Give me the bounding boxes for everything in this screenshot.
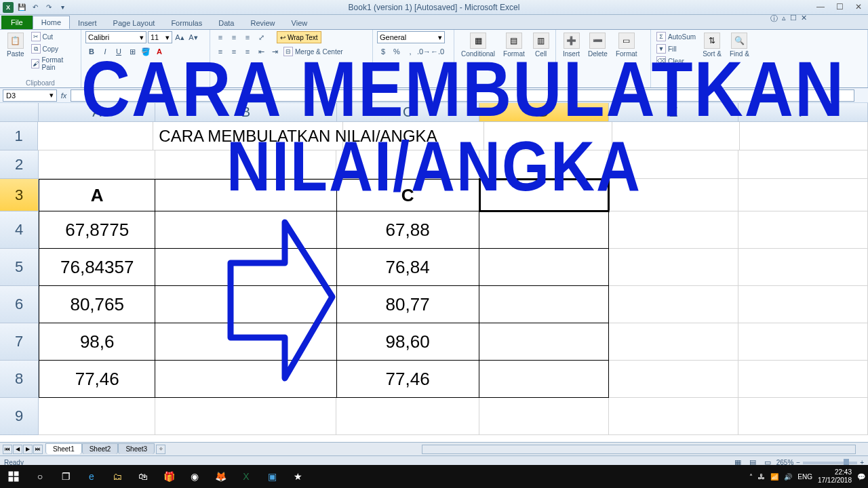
worksheet-grid[interactable]: A B C D E F 1 CARA MEMBULATKAN NILAI/ANG… <box>0 103 868 442</box>
delete-cells-button[interactable]: ➖Delete <box>585 31 610 87</box>
undo-icon[interactable]: ↶ <box>30 2 41 13</box>
border-button[interactable]: ⊞ <box>126 45 138 58</box>
orientation-icon[interactable]: ⤢ <box>255 31 267 43</box>
horizontal-scrollbar[interactable] <box>422 445 856 454</box>
col-header-a[interactable]: A <box>39 103 155 122</box>
col-header-e[interactable]: E <box>609 103 738 122</box>
col-header-c[interactable]: C <box>337 103 479 122</box>
tab-file[interactable]: File <box>1 16 33 29</box>
row-header-4[interactable]: 4 <box>0 211 39 249</box>
sort-filter-button[interactable]: ⇅Sort & <box>700 31 724 87</box>
row-header-9[interactable]: 9 <box>0 398 39 435</box>
align-right-icon[interactable]: ≡ <box>241 45 254 58</box>
shrink-font-icon[interactable]: A▾ <box>187 31 199 43</box>
sheet-prev-icon[interactable]: ◀ <box>13 445 22 454</box>
clear-button[interactable]: ⌫Clear <box>655 56 697 66</box>
tab-view[interactable]: View <box>283 17 316 29</box>
tab-formulas[interactable]: Formulas <box>163 17 210 29</box>
cell-styles-button[interactable]: ▥Cell <box>530 31 552 87</box>
language-indicator[interactable]: ENG <box>797 473 812 481</box>
restore-window-icon[interactable]: ☐ <box>790 14 797 24</box>
autosum-button[interactable]: ΣAutoSum <box>655 31 697 42</box>
tab-insert[interactable]: Insert <box>70 17 105 29</box>
conditional-formatting-button[interactable]: ▦Conditional <box>458 31 498 87</box>
tab-data[interactable]: Data <box>210 17 242 29</box>
sheet-last-icon[interactable]: ⏭ <box>33 445 43 454</box>
cell-c3[interactable]: C <box>337 179 479 211</box>
cell-c6[interactable]: 80,77 <box>337 286 479 323</box>
fill-color-button[interactable]: 🪣 <box>140 45 152 58</box>
merge-center-button[interactable]: ⊟Merge & Center <box>282 45 344 58</box>
cell-d3-active[interactable] <box>479 179 609 211</box>
cell-f1[interactable] <box>740 122 868 150</box>
col-header-b[interactable]: B <box>155 103 336 122</box>
app-icon-3[interactable]: ★ <box>285 465 311 488</box>
firefox-icon[interactable]: 🦊 <box>208 465 233 488</box>
number-format-select[interactable]: General▾ <box>377 31 445 43</box>
decrease-indent-icon[interactable]: ⇤ <box>255 45 267 58</box>
qat-dropdown-icon[interactable]: ▾ <box>57 2 68 13</box>
cell-c5[interactable]: 76,84 <box>337 249 479 286</box>
volume-icon[interactable]: 🔊 <box>784 473 792 481</box>
cell-b3[interactable] <box>155 179 336 211</box>
redo-icon[interactable]: ↷ <box>43 2 54 13</box>
app-icon-1[interactable]: 🎁 <box>156 465 182 488</box>
percent-icon[interactable]: % <box>391 45 403 58</box>
cut-button[interactable]: ✂Cut <box>30 31 77 42</box>
row-header-3[interactable]: 3 <box>0 179 39 211</box>
wrap-text-button[interactable]: ↩Wrap Text <box>277 31 321 43</box>
currency-icon[interactable]: $ <box>377 45 389 58</box>
italic-button[interactable]: I <box>99 45 111 58</box>
maximize-button[interactable]: ☐ <box>830 0 849 14</box>
font-color-button[interactable]: A <box>153 45 165 58</box>
row-header-6[interactable]: 6 <box>0 286 39 323</box>
close-workbook-icon[interactable]: ✕ <box>801 14 807 24</box>
copy-button[interactable]: ⧉Copy <box>30 43 77 54</box>
sheet-tab-1[interactable]: Sheet1 <box>45 443 82 454</box>
tab-review[interactable]: Review <box>242 17 283 29</box>
formula-bar[interactable] <box>71 89 854 102</box>
insert-cells-button[interactable]: ➕Insert <box>560 31 583 87</box>
close-button[interactable]: ✕ <box>849 0 868 14</box>
cell-a6[interactable]: 80,765 <box>39 286 155 323</box>
cell-a8[interactable]: 77,46 <box>39 361 155 398</box>
cell-c4[interactable]: 67,88 <box>337 211 479 249</box>
cell-a4[interactable]: 67,8775 <box>39 211 155 249</box>
sheet-first-icon[interactable]: ⏮ <box>3 445 12 454</box>
sheet-tab-2[interactable]: Sheet2 <box>82 443 119 454</box>
start-button[interactable] <box>0 465 27 488</box>
sheet-next-icon[interactable]: ▶ <box>23 445 33 454</box>
align-middle-icon[interactable]: ≡ <box>228 31 240 43</box>
excel-taskbar-icon[interactable]: X <box>233 465 259 488</box>
notifications-icon[interactable]: 💬 <box>857 473 865 481</box>
col-header-d[interactable]: D <box>479 103 609 122</box>
zoom-slider[interactable] <box>803 462 857 464</box>
fill-button[interactable]: ▼Fill <box>655 43 697 54</box>
explorer-icon[interactable]: 🗂 <box>104 465 130 488</box>
align-bottom-icon[interactable]: ≡ <box>241 31 254 43</box>
increase-decimal-icon[interactable]: .0→ <box>418 45 430 58</box>
cell-b1[interactable]: CARA MEMBULATKAN NILAI/ANGKA <box>153 122 343 150</box>
edge-icon[interactable]: e <box>79 465 104 488</box>
tab-home[interactable]: Home <box>33 16 70 29</box>
minimize-ribbon-icon[interactable]: ▵ <box>782 14 786 24</box>
row-header-8[interactable]: 8 <box>0 361 39 398</box>
font-name-select[interactable]: Calibri▾ <box>85 31 146 43</box>
name-box[interactable]: D3▾ <box>3 89 57 102</box>
cortana-icon[interactable]: ○ <box>27 465 53 488</box>
cell-d1[interactable] <box>484 122 612 150</box>
underline-button[interactable]: U <box>113 45 125 58</box>
col-header-f[interactable]: F <box>738 103 868 122</box>
cell-a7[interactable]: 98,6 <box>39 323 155 361</box>
store-icon[interactable]: 🛍 <box>130 465 156 488</box>
row-header-2[interactable]: 2 <box>0 150 39 179</box>
minimize-button[interactable]: — <box>811 0 830 14</box>
fx-icon[interactable]: fx <box>57 92 71 100</box>
tray-up-icon[interactable]: ˄ <box>749 473 753 481</box>
row-header-7[interactable]: 7 <box>0 323 39 361</box>
row-header-5[interactable]: 5 <box>0 249 39 286</box>
find-select-button[interactable]: 🔍Find & <box>727 31 752 87</box>
decrease-decimal-icon[interactable]: ←.0 <box>431 45 443 58</box>
comma-icon[interactable]: , <box>404 45 416 58</box>
increase-indent-icon[interactable]: ⇥ <box>269 45 281 58</box>
